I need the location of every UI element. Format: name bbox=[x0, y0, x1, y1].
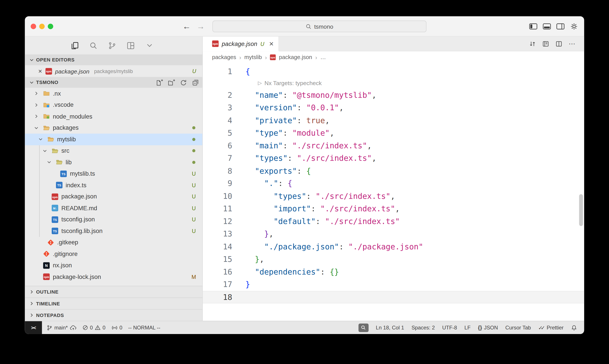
code-line-10[interactable]: 10 "types": "./src/index.ts", bbox=[203, 190, 584, 202]
cursor-tab-status[interactable]: Cursor Tab bbox=[505, 325, 531, 331]
problems-status[interactable]: 0 0 bbox=[82, 325, 106, 331]
more-actions-icon[interactable]: ⋯ bbox=[568, 40, 576, 48]
tree-item-package.json[interactable]: npmpackage.jsonU bbox=[25, 191, 202, 202]
open-preview-icon[interactable] bbox=[542, 40, 549, 48]
tree-item-.gitignore[interactable]: .gitignore bbox=[25, 248, 202, 260]
svg-text:TS: TS bbox=[61, 172, 65, 176]
maximize-window-button[interactable] bbox=[48, 23, 53, 29]
language-status[interactable]: {} JSON bbox=[478, 325, 498, 331]
code-line-1[interactable]: 1{ bbox=[203, 65, 584, 78]
notifications-bell[interactable] bbox=[571, 325, 577, 331]
cursor-position-status[interactable]: Ln 18, Col 1 bbox=[376, 325, 404, 331]
code-line-11[interactable]: 11 "import": "./src/index.ts", bbox=[203, 202, 584, 215]
code-line-14[interactable]: 14 "./package.json": "./package.json" bbox=[203, 240, 584, 253]
tree-item-mytslib[interactable]: mytslib bbox=[25, 134, 202, 145]
chevron-right-icon[interactable] bbox=[33, 91, 39, 96]
chevron-down-icon[interactable] bbox=[46, 159, 52, 165]
collapse-all-icon[interactable] bbox=[191, 78, 199, 86]
new-file-icon[interactable] bbox=[155, 78, 163, 86]
tree-item-src[interactable]: src bbox=[25, 145, 202, 156]
breadcrumb-mytslib[interactable]: mytslib bbox=[244, 54, 262, 60]
board-icon[interactable] bbox=[126, 41, 135, 50]
tree-item-package-lock.json[interactable]: npmpackage-lock.jsonM bbox=[25, 271, 202, 282]
tree-item-.nx[interactable]: .nx bbox=[25, 88, 202, 99]
toggle-left-sidebar-icon[interactable] bbox=[529, 22, 537, 30]
chevron-down-icon[interactable] bbox=[37, 136, 43, 143]
section-notepads[interactable]: NOTEPADS bbox=[25, 309, 202, 321]
code-line-12[interactable]: 12 "default": "./src/index.ts" bbox=[203, 215, 584, 228]
tree-item-label: mytslib bbox=[57, 136, 76, 143]
back-icon[interactable]: ← bbox=[182, 22, 191, 31]
tree-item-.vscode[interactable]: .vscode bbox=[25, 99, 202, 111]
chevron-right-icon[interactable] bbox=[33, 114, 39, 119]
source-control-icon[interactable] bbox=[108, 41, 117, 50]
tab-package-json[interactable]: npm package.json U ✕ bbox=[203, 37, 279, 51]
code-line-16[interactable]: 16 "dependencies": {} bbox=[203, 266, 584, 278]
ports-status[interactable]: 0 bbox=[111, 325, 122, 331]
chevron-down-icon[interactable] bbox=[145, 41, 154, 50]
compare-changes-icon[interactable] bbox=[529, 40, 536, 48]
tree-item-.gitkeep[interactable]: .gitkeep bbox=[25, 237, 202, 248]
encoding-status[interactable]: UTF-8 bbox=[442, 325, 457, 331]
open-editors-header[interactable]: OPEN EDITORS bbox=[25, 54, 202, 65]
tree-item-node-modules[interactable]: node_modules bbox=[25, 111, 202, 122]
tree-item-label: lib bbox=[66, 159, 72, 166]
open-editor-item[interactable]: ✕ npm package.json packages/mytslib U bbox=[25, 65, 202, 77]
close-icon[interactable]: ✕ bbox=[38, 68, 42, 74]
section-outline[interactable]: OUTLINE bbox=[25, 286, 202, 298]
code-line-8[interactable]: 8 "exports": { bbox=[203, 165, 584, 177]
code-area[interactable]: 1{▷Nx Targets: typecheck2 "name": "@tsmo… bbox=[203, 63, 584, 321]
chevron-right-icon[interactable] bbox=[33, 102, 39, 108]
code-line-6[interactable]: 6 "main": "./src/index.ts", bbox=[203, 139, 584, 152]
code-line-13[interactable]: 13 }, bbox=[203, 228, 584, 240]
tab-label: package.json bbox=[222, 40, 257, 47]
zoom-indicator[interactable] bbox=[358, 323, 368, 332]
breadcrumb-symbol[interactable]: … bbox=[320, 54, 326, 60]
tree-item-index.ts[interactable]: TSindex.tsU bbox=[25, 179, 202, 191]
remote-indicator[interactable]: >< bbox=[25, 321, 42, 334]
indentation-status[interactable]: Spaces: 2 bbox=[412, 325, 435, 331]
tree-item-tsconfig.lib.json[interactable]: TStsconfig.lib.jsonU bbox=[25, 225, 202, 237]
git-branch-status[interactable]: main* bbox=[47, 325, 76, 331]
files-icon[interactable] bbox=[70, 41, 79, 50]
run-icon[interactable]: ▷ bbox=[258, 77, 262, 90]
code-line-9[interactable]: 9 ".": { bbox=[203, 177, 584, 190]
project-header[interactable]: TSMONO bbox=[25, 77, 202, 88]
tree-item-packages[interactable]: packages bbox=[25, 122, 202, 133]
close-icon[interactable]: ✕ bbox=[269, 40, 274, 47]
code-line-4[interactable]: 4 "private": true, bbox=[203, 114, 584, 127]
gear-icon[interactable] bbox=[570, 22, 578, 30]
close-window-button[interactable] bbox=[31, 23, 36, 29]
chevron-down-icon[interactable] bbox=[33, 125, 39, 131]
command-center-search[interactable]: tsmono bbox=[212, 21, 426, 32]
breadcrumb-package-json[interactable]: package.json bbox=[279, 54, 312, 60]
code-line-18[interactable]: 18 bbox=[203, 291, 584, 303]
toggle-right-sidebar-icon[interactable] bbox=[556, 22, 565, 30]
code-line-3[interactable]: 3 "version": "0.0.1", bbox=[203, 101, 584, 114]
tree-item-nx.json[interactable]: Nnx.json bbox=[25, 260, 202, 271]
refresh-icon[interactable] bbox=[179, 78, 187, 86]
codelens-nx-targets[interactable]: ▷Nx Targets: typecheck bbox=[203, 78, 584, 89]
section-timeline[interactable]: TIMELINE bbox=[25, 298, 202, 309]
breadcrumb-packages[interactable]: packages bbox=[212, 54, 236, 60]
scrollbar-thumb[interactable] bbox=[579, 194, 583, 226]
forward-icon[interactable]: → bbox=[196, 22, 205, 31]
file-icon: TS bbox=[56, 182, 63, 188]
chevron-down-icon[interactable] bbox=[41, 148, 48, 154]
tree-item-readme.md[interactable]: M↓README.mdU bbox=[25, 202, 202, 214]
code-line-17[interactable]: 17} bbox=[203, 278, 584, 291]
code-line-5[interactable]: 5 "type": "module", bbox=[203, 127, 584, 139]
new-folder-icon[interactable] bbox=[167, 78, 175, 86]
tree-item-tsconfig.json[interactable]: TStsconfig.jsonU bbox=[25, 214, 202, 225]
eol-status[interactable]: LF bbox=[464, 325, 470, 331]
code-line-15[interactable]: 15 }, bbox=[203, 253, 584, 266]
tree-item-mytslib.ts[interactable]: TSmytslib.tsU bbox=[25, 168, 202, 179]
split-editor-icon[interactable] bbox=[555, 40, 562, 48]
toggle-panel-icon[interactable] bbox=[543, 22, 551, 30]
code-line-7[interactable]: 7 "types": "./src/index.ts", bbox=[203, 152, 584, 165]
search-icon[interactable] bbox=[89, 41, 98, 50]
tree-item-lib[interactable]: lib bbox=[25, 157, 202, 168]
code-line-2[interactable]: 2 "name": "@tsmono/mytslib", bbox=[203, 89, 584, 102]
minimize-window-button[interactable] bbox=[39, 23, 45, 29]
formatter-status[interactable]: ✓✓ Prettier bbox=[538, 325, 564, 331]
